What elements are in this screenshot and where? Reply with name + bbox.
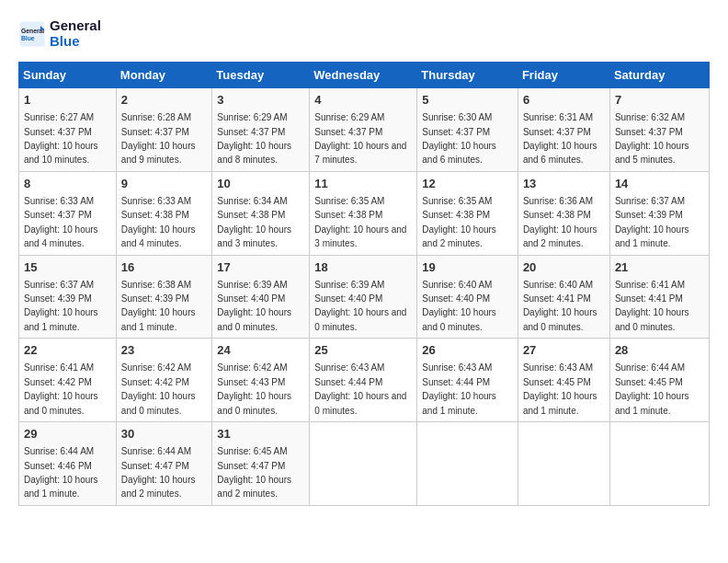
day-number: 28 — [615, 342, 704, 359]
calendar-cell — [310, 422, 417, 506]
day-number: 2 — [121, 92, 208, 109]
day-number: 8 — [24, 176, 111, 192]
calendar-cell: 11 Sunrise: 6:35 AMSunset: 4:38 PMDaylig… — [310, 171, 417, 255]
calendar-cell: 25 Sunrise: 6:43 AMSunset: 4:44 PMDaylig… — [310, 339, 417, 422]
calendar-cell: 6 Sunrise: 6:31 AMSunset: 4:37 PMDayligh… — [518, 88, 609, 172]
day-info: Sunrise: 6:43 AMSunset: 4:45 PMDaylight:… — [523, 362, 597, 415]
calendar-cell: 12 Sunrise: 6:35 AMSunset: 4:38 PMDaylig… — [417, 171, 518, 255]
header-day: Friday — [518, 63, 609, 88]
header-day: Sunday — [19, 63, 117, 88]
calendar-cell — [518, 422, 609, 506]
calendar-cell: 17 Sunrise: 6:39 AMSunset: 4:40 PMDaylig… — [212, 255, 310, 339]
day-info: Sunrise: 6:34 AMSunset: 4:38 PMDaylight:… — [217, 196, 291, 248]
calendar-cell: 26 Sunrise: 6:43 AMSunset: 4:44 PMDaylig… — [417, 339, 518, 422]
calendar-cell — [417, 422, 518, 506]
header-day: Monday — [116, 63, 212, 88]
calendar-cell: 31 Sunrise: 6:45 AMSunset: 4:47 PMDaylig… — [212, 422, 310, 506]
day-info: Sunrise: 6:32 AMSunset: 4:37 PMDaylight:… — [615, 112, 689, 165]
day-number: 19 — [422, 259, 513, 276]
header-day: Wednesday — [310, 63, 417, 88]
calendar-cell: 23 Sunrise: 6:42 AMSunset: 4:42 PMDaylig… — [116, 339, 212, 422]
day-number: 18 — [314, 259, 412, 276]
calendar-week-row: 29 Sunrise: 6:44 AMSunset: 4:46 PMDaylig… — [19, 422, 710, 506]
day-info: Sunrise: 6:45 AMSunset: 4:47 PMDaylight:… — [217, 446, 291, 499]
calendar-table: SundayMondayTuesdayWednesdayThursdayFrid… — [18, 62, 710, 506]
day-number: 13 — [523, 176, 605, 192]
day-info: Sunrise: 6:33 AMSunset: 4:38 PMDaylight:… — [121, 196, 196, 248]
day-info: Sunrise: 6:35 AMSunset: 4:38 PMDaylight:… — [314, 196, 406, 248]
day-info: Sunrise: 6:29 AMSunset: 4:37 PMDaylight:… — [217, 112, 291, 165]
calendar-cell: 15 Sunrise: 6:37 AMSunset: 4:39 PMDaylig… — [19, 255, 117, 339]
calendar-header: SundayMondayTuesdayWednesdayThursdayFrid… — [19, 63, 710, 88]
day-info: Sunrise: 6:43 AMSunset: 4:44 PMDaylight:… — [422, 362, 496, 415]
calendar-cell: 14 Sunrise: 6:37 AMSunset: 4:39 PMDaylig… — [609, 171, 709, 255]
day-info: Sunrise: 6:30 AMSunset: 4:37 PMDaylight:… — [422, 112, 496, 165]
calendar-cell: 4 Sunrise: 6:29 AMSunset: 4:37 PMDayligh… — [310, 88, 417, 172]
day-info: Sunrise: 6:39 AMSunset: 4:40 PMDaylight:… — [314, 280, 406, 332]
day-number: 14 — [615, 176, 704, 192]
day-number: 6 — [523, 92, 605, 109]
day-number: 21 — [615, 259, 704, 276]
header-day: Thursday — [417, 63, 518, 88]
day-number: 26 — [422, 342, 513, 359]
day-number: 15 — [24, 259, 111, 276]
day-info: Sunrise: 6:42 AMSunset: 4:42 PMDaylight:… — [121, 362, 196, 415]
day-number: 31 — [217, 426, 304, 442]
calendar-cell: 30 Sunrise: 6:44 AMSunset: 4:47 PMDaylig… — [116, 422, 212, 506]
calendar-cell: 20 Sunrise: 6:40 AMSunset: 4:41 PMDaylig… — [518, 255, 609, 339]
top-bar: General Blue General Blue — [18, 18, 710, 52]
calendar-cell: 2 Sunrise: 6:28 AMSunset: 4:37 PMDayligh… — [116, 88, 212, 172]
day-info: Sunrise: 6:37 AMSunset: 4:39 PMDaylight:… — [615, 196, 689, 248]
day-number: 23 — [121, 342, 208, 359]
day-number: 12 — [422, 176, 513, 192]
header-day: Tuesday — [212, 63, 310, 88]
day-info: Sunrise: 6:40 AMSunset: 4:40 PMDaylight:… — [422, 280, 496, 332]
day-number: 29 — [24, 426, 111, 442]
calendar-cell: 28 Sunrise: 6:44 AMSunset: 4:45 PMDaylig… — [609, 339, 709, 422]
day-info: Sunrise: 6:35 AMSunset: 4:38 PMDaylight:… — [422, 196, 496, 248]
day-info: Sunrise: 6:43 AMSunset: 4:44 PMDaylight:… — [314, 362, 406, 415]
day-info: Sunrise: 6:29 AMSunset: 4:37 PMDaylight:… — [314, 112, 406, 165]
calendar-cell: 3 Sunrise: 6:29 AMSunset: 4:37 PMDayligh… — [212, 88, 310, 172]
calendar-cell: 8 Sunrise: 6:33 AMSunset: 4:37 PMDayligh… — [19, 171, 117, 255]
calendar-cell — [609, 422, 709, 506]
day-number: 20 — [523, 259, 605, 276]
calendar-cell: 19 Sunrise: 6:40 AMSunset: 4:40 PMDaylig… — [417, 255, 518, 339]
calendar-cell: 9 Sunrise: 6:33 AMSunset: 4:38 PMDayligh… — [116, 171, 212, 255]
calendar-cell: 1 Sunrise: 6:27 AMSunset: 4:37 PMDayligh… — [19, 88, 117, 172]
day-number: 11 — [314, 176, 412, 192]
day-number: 25 — [314, 342, 412, 359]
header-day: Saturday — [609, 63, 709, 88]
calendar-cell: 29 Sunrise: 6:44 AMSunset: 4:46 PMDaylig… — [19, 422, 117, 506]
day-number: 7 — [615, 92, 704, 109]
day-info: Sunrise: 6:39 AMSunset: 4:40 PMDaylight:… — [217, 280, 291, 332]
day-info: Sunrise: 6:41 AMSunset: 4:42 PMDaylight:… — [24, 362, 98, 415]
day-info: Sunrise: 6:44 AMSunset: 4:45 PMDaylight:… — [615, 362, 689, 415]
day-number: 9 — [121, 176, 208, 192]
calendar-cell: 7 Sunrise: 6:32 AMSunset: 4:37 PMDayligh… — [609, 88, 709, 172]
day-info: Sunrise: 6:44 AMSunset: 4:47 PMDaylight:… — [121, 446, 196, 499]
calendar-cell: 22 Sunrise: 6:41 AMSunset: 4:42 PMDaylig… — [19, 339, 117, 422]
day-number: 24 — [217, 342, 304, 359]
calendar-body: 1 Sunrise: 6:27 AMSunset: 4:37 PMDayligh… — [19, 88, 710, 506]
header-row: SundayMondayTuesdayWednesdayThursdayFrid… — [19, 63, 710, 88]
calendar-week-row: 22 Sunrise: 6:41 AMSunset: 4:42 PMDaylig… — [19, 339, 710, 422]
logo-text: General Blue — [50, 18, 101, 49]
calendar-cell: 27 Sunrise: 6:43 AMSunset: 4:45 PMDaylig… — [518, 339, 609, 422]
day-number: 27 — [523, 342, 605, 359]
day-number: 3 — [217, 92, 304, 109]
day-info: Sunrise: 6:41 AMSunset: 4:41 PMDaylight:… — [615, 280, 689, 332]
day-info: Sunrise: 6:36 AMSunset: 4:38 PMDaylight:… — [523, 196, 597, 248]
day-info: Sunrise: 6:40 AMSunset: 4:41 PMDaylight:… — [523, 280, 597, 332]
calendar-cell: 10 Sunrise: 6:34 AMSunset: 4:38 PMDaylig… — [212, 171, 310, 255]
day-info: Sunrise: 6:28 AMSunset: 4:37 PMDaylight:… — [121, 112, 196, 165]
day-info: Sunrise: 6:33 AMSunset: 4:37 PMDaylight:… — [24, 196, 98, 248]
day-info: Sunrise: 6:27 AMSunset: 4:37 PMDaylight:… — [24, 112, 98, 165]
day-number: 17 — [217, 259, 304, 276]
day-number: 22 — [24, 342, 111, 359]
day-info: Sunrise: 6:31 AMSunset: 4:37 PMDaylight:… — [523, 112, 597, 165]
day-info: Sunrise: 6:38 AMSunset: 4:39 PMDaylight:… — [121, 280, 196, 332]
calendar-cell: 13 Sunrise: 6:36 AMSunset: 4:38 PMDaylig… — [518, 171, 609, 255]
svg-rect-0 — [20, 21, 45, 46]
calendar-cell: 5 Sunrise: 6:30 AMSunset: 4:37 PMDayligh… — [417, 88, 518, 172]
